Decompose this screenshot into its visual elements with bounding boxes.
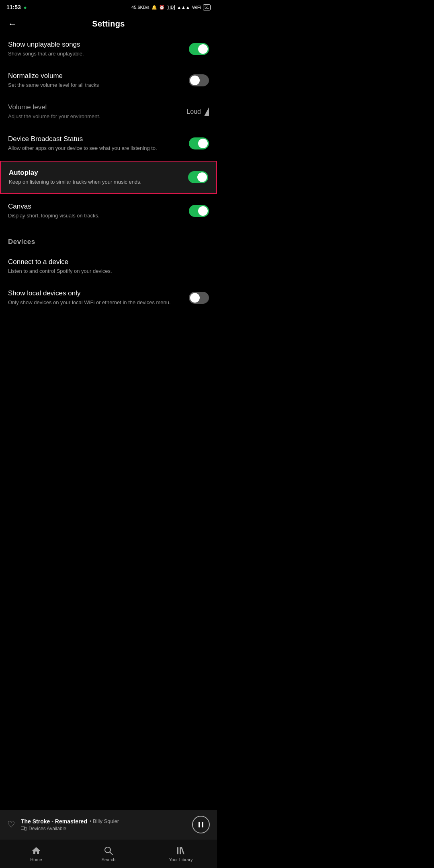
toggle-slider (189, 74, 209, 86)
toggle-show-unplayable[interactable] (189, 43, 209, 55)
setting-text: Connect to a device Listen to and contro… (8, 258, 209, 275)
setting-show-unplayable[interactable]: Show unplayable songs Show songs that ar… (0, 33, 217, 65)
toggle-knob (198, 139, 208, 148)
setting-text: Device Broadcast Status Allow other apps… (8, 135, 189, 152)
setting-desc: Allow other apps on your device to see w… (8, 145, 181, 152)
setting-text: Show unplayable songs Show songs that ar… (8, 41, 189, 57)
settings-content: Show unplayable songs Show songs that ar… (0, 33, 217, 314)
setting-canvas[interactable]: Canvas Display short, looping visuals on… (0, 195, 217, 227)
setting-volume-level[interactable]: Volume level Adjust the volume for your … (0, 96, 217, 127)
toggle-slider (189, 292, 209, 304)
toggle-canvas[interactable] (189, 205, 209, 217)
wifi-icon: WiFi (192, 5, 201, 10)
setting-text: Normalize volume Set the same volume lev… (8, 72, 189, 89)
toggle-knob (190, 293, 200, 303)
toggle-local-devices[interactable] (189, 292, 209, 304)
setting-desc: Show songs that are unplayable. (8, 50, 181, 57)
setting-device-broadcast[interactable]: Device Broadcast Status Allow other apps… (0, 128, 217, 159)
battery-icon: 51 (203, 4, 211, 10)
toggle-knob (197, 172, 207, 182)
toggle-slider (189, 43, 209, 55)
setting-title: Connect to a device (8, 258, 201, 266)
volume-triangle-icon (204, 107, 209, 116)
setting-text: Show local devices only Only show device… (8, 289, 189, 306)
toggle-device-broadcast[interactable] (189, 137, 209, 149)
setting-title: Normalize volume (8, 72, 181, 80)
setting-desc: Display short, looping visuals on tracks… (8, 212, 181, 219)
settings-header: ← Settings (0, 14, 217, 33)
setting-desc: Adjust the volume for your environment. (8, 113, 178, 120)
toggle-slider (188, 171, 208, 183)
setting-local-devices[interactable]: Show local devices only Only show device… (0, 282, 217, 313)
setting-title: Device Broadcast Status (8, 135, 181, 143)
setting-title: Canvas (8, 203, 181, 211)
alarm-icon: ⏰ (159, 5, 165, 10)
network-speed: 45.6KB/s (131, 5, 149, 10)
setting-text: Volume level Adjust the volume for your … (8, 103, 186, 120)
page-title: Settings (92, 19, 125, 29)
setting-desc: Set the same volume level for all tracks (8, 82, 181, 89)
toggle-knob (198, 206, 208, 216)
hd-badge: HD (167, 5, 175, 10)
setting-title: Show unplayable songs (8, 41, 181, 49)
toggle-normalize-volume[interactable] (189, 74, 209, 86)
setting-title: Show local devices only (8, 289, 181, 297)
setting-text: Canvas Display short, looping visuals on… (8, 203, 189, 219)
status-icons: 45.6KB/s 🔔 ⏰ HD ▲▲▲ WiFi 51 (131, 4, 211, 10)
toggle-knob (198, 44, 208, 54)
toggle-autoplay[interactable] (188, 171, 208, 183)
battery-level: 51 (205, 5, 209, 10)
setting-desc: Keep on listening to similar tracks when… (9, 178, 180, 186)
setting-text: Autoplay Keep on listening to similar tr… (9, 169, 188, 186)
toggle-slider (189, 137, 209, 149)
spotify-icon: ● (24, 4, 27, 10)
setting-title: Autoplay (9, 169, 180, 177)
setting-autoplay[interactable]: Autoplay Keep on listening to similar tr… (0, 161, 217, 194)
devices-section-header: Devices (0, 227, 217, 251)
setting-title: Volume level (8, 103, 178, 111)
signal-icon: ▲▲▲ (177, 5, 190, 10)
volume-value-area: Loud (186, 107, 209, 116)
mute-icon: 🔔 (151, 5, 157, 10)
status-bar: 11:53 ● 45.6KB/s 🔔 ⏰ HD ▲▲▲ WiFi 51 (0, 0, 217, 14)
setting-connect-device[interactable]: Connect to a device Listen to and contro… (0, 251, 217, 282)
status-time: 11:53 (6, 4, 21, 10)
toggle-knob (190, 76, 200, 85)
volume-value: Loud (186, 108, 201, 115)
setting-desc: Listen to and control Spotify on your de… (8, 268, 201, 275)
setting-normalize-volume[interactable]: Normalize volume Set the same volume lev… (0, 65, 217, 96)
back-button[interactable]: ← (8, 19, 17, 29)
setting-desc: Only show devices on your local WiFi or … (8, 299, 181, 306)
toggle-slider (189, 205, 209, 217)
